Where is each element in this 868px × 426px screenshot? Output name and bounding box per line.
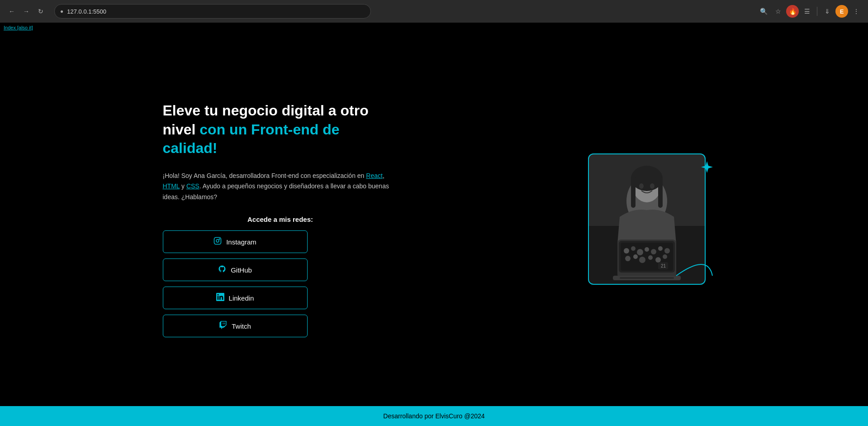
left-section: Eleve tu negocio digital a otro nivel co… [163, 101, 398, 337]
menu-button[interactable]: ⋮ [850, 5, 863, 18]
linkedin-icon [216, 293, 224, 303]
instagram-label: Instagram [226, 238, 256, 246]
css-link: CSS [186, 182, 199, 190]
linkedin-button[interactable]: Linkedin [163, 287, 308, 309]
bookmark-button[interactable]: ☆ [772, 5, 784, 18]
deco-diamond-svg [700, 160, 714, 174]
top-link-bar: Index [also it] [0, 23, 868, 33]
refresh-button[interactable]: ↻ [34, 5, 47, 18]
social-buttons: Instagram GitHub [163, 230, 398, 337]
user-avatar-button[interactable]: E [835, 5, 848, 18]
extension-fire-button[interactable]: 🔥 [786, 5, 799, 18]
url-display: 127.0.0.1:5500 [67, 8, 106, 15]
content-wrapper: Eleve tu negocio digital a otro nivel co… [163, 101, 706, 337]
forward-button[interactable]: → [20, 5, 33, 18]
lock-icon: ● [60, 8, 63, 14]
main-heading: Eleve tu negocio digital a otro nivel co… [163, 101, 398, 158]
html-link: HTML [163, 182, 180, 190]
browser-actions: 🔍 ☆ 🔥 ☰ ⇓ E ⋮ [757, 5, 863, 18]
description-text: ¡Hola! Soy Ana García, desarrolladora Fr… [163, 171, 398, 203]
page-content: Eleve tu negocio digital a otro nivel co… [0, 33, 868, 406]
download-button[interactable]: ⇓ [821, 5, 834, 18]
footer: Desarrollando por ElvisCuro @2024 [0, 406, 868, 426]
extensions-button[interactable]: ☰ [801, 5, 813, 18]
deco-arc-svg [672, 249, 717, 280]
twitch-button[interactable]: Twitch [163, 315, 308, 337]
back-button[interactable]: ← [5, 5, 18, 18]
github-icon [218, 265, 226, 275]
linkedin-label: Linkedin [229, 294, 254, 302]
right-section: 21 [588, 153, 706, 285]
zoom-button[interactable]: 🔍 [757, 5, 770, 18]
footer-text: Desarrollando por ElvisCuro @2024 [383, 412, 484, 420]
svg-point-2 [219, 239, 220, 239]
svg-marker-32 [701, 161, 713, 173]
github-label: GitHub [231, 266, 252, 274]
social-label: Accede a mis redes: [163, 215, 398, 223]
github-button[interactable]: GitHub [163, 258, 308, 281]
browser-chrome: ← → ↻ ● 127.0.0.1:5500 🔍 ☆ 🔥 ☰ ⇓ E ⋮ [0, 0, 868, 23]
svg-point-1 [216, 239, 219, 242]
profile-image-container: 21 [588, 153, 706, 285]
twitch-icon [219, 321, 227, 331]
instagram-icon [213, 237, 222, 247]
instagram-button[interactable]: Instagram [163, 230, 308, 253]
svg-rect-0 [214, 238, 221, 244]
top-link[interactable]: Index [also it] [4, 25, 33, 30]
react-link: React [366, 172, 383, 179]
browser-nav-buttons: ← → ↻ [5, 5, 47, 18]
separator [817, 7, 817, 16]
address-bar[interactable]: ● 127.0.0.1:5500 [54, 4, 371, 19]
twitch-label: Twitch [232, 322, 251, 330]
